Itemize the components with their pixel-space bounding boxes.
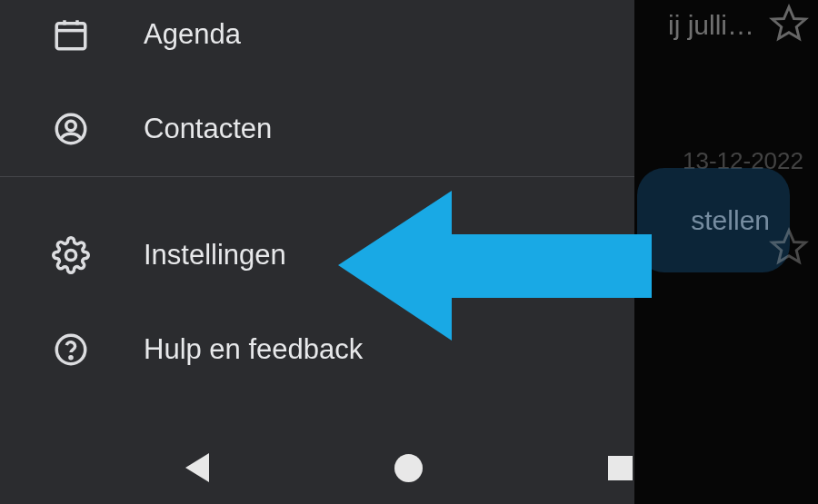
help-icon (49, 328, 93, 371)
drawer-item-contacts[interactable]: Contacten (0, 82, 634, 176)
compose-label: stellen (691, 205, 770, 236)
nav-back-button[interactable] (185, 453, 209, 482)
drawer-item-label: Hulp en feedback (144, 333, 363, 366)
android-navbar (0, 431, 818, 504)
nav-home-button[interactable] (394, 454, 423, 482)
drawer-item-agenda[interactable]: Agenda (0, 0, 634, 82)
svg-point-7 (66, 121, 76, 131)
star-icon[interactable] (769, 227, 809, 271)
star-icon[interactable] (769, 4, 809, 47)
mail-snippet: ij julli… (668, 10, 754, 41)
mail-content-dimmed: ij julli… 13-12-2022 stellen (634, 0, 818, 504)
account-circle-icon (49, 107, 93, 151)
drawer-item-help[interactable]: Hulp en feedback (0, 302, 634, 397)
navigation-drawer: Agenda Contacten Instellingen (0, 0, 634, 504)
drawer-item-label: Agenda (144, 18, 241, 51)
divider (0, 176, 634, 177)
gear-icon (49, 233, 93, 277)
nav-recent-button[interactable] (608, 456, 633, 480)
drawer-item-label: Contacten (144, 113, 272, 145)
drawer-item-label: Instellingen (144, 239, 286, 272)
compose-button[interactable]: stellen (637, 168, 790, 272)
svg-point-8 (65, 250, 75, 260)
drawer-item-settings[interactable]: Instellingen (0, 208, 634, 302)
calendar-icon (49, 13, 93, 56)
svg-marker-1 (773, 231, 806, 262)
svg-point-10 (70, 357, 72, 359)
svg-rect-2 (56, 24, 85, 49)
svg-marker-0 (773, 7, 806, 39)
mail-row: ij julli… (634, 4, 809, 47)
